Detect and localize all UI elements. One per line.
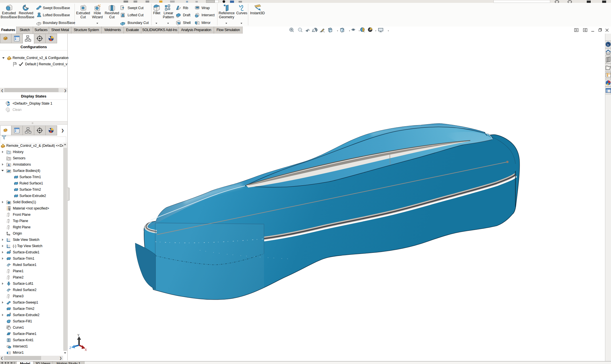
svg-text:X: X xyxy=(85,348,87,351)
svg-text:Y: Y xyxy=(77,334,80,337)
svg-text:b: b xyxy=(607,43,609,46)
svg-text:A: A xyxy=(8,164,10,167)
svg-text:Z: Z xyxy=(69,346,71,349)
